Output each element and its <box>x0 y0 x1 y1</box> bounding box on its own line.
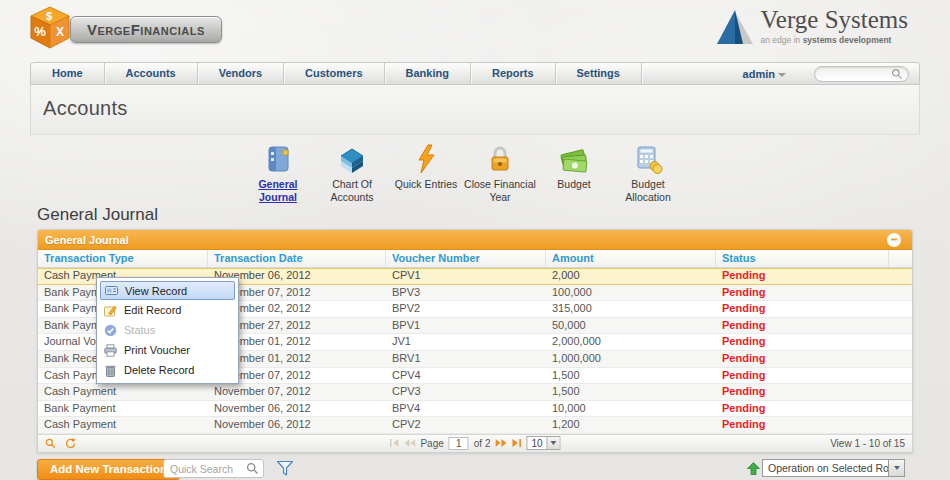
cell-status: Pending <box>716 268 889 284</box>
grid-search-icon[interactable] <box>45 438 56 449</box>
company-branding: Verge Systems an edge in systems develop… <box>709 6 908 48</box>
grid-pager: Page of 2 10 <box>389 435 560 452</box>
column-header-amount[interactable]: Amount <box>546 250 716 267</box>
cell-filler <box>889 384 912 400</box>
cell-voucher-number: CPV1 <box>386 268 546 284</box>
main-navbar: Home Accounts Vendors Customers Banking … <box>30 62 920 85</box>
page-title: Accounts <box>43 97 128 120</box>
search-icon <box>246 462 259 475</box>
nav-tab-vendors[interactable]: Vendors <box>198 63 284 84</box>
cell-status: Pending <box>716 384 889 400</box>
company-pyramid-icon <box>709 6 753 48</box>
cell-status: Pending <box>716 334 889 350</box>
column-header-transaction-type[interactable]: Transaction Type <box>38 250 208 267</box>
menu-item-edit-record[interactable]: Edit Record <box>100 300 235 320</box>
cell-filler <box>889 368 912 384</box>
cell-amount: 1,500 <box>546 368 716 384</box>
page-size-select[interactable]: 10 <box>526 436 560 450</box>
add-new-transaction-button[interactable]: Add New Transaction <box>37 459 180 480</box>
lock-icon <box>485 144 515 174</box>
cell-status: Pending <box>716 285 889 301</box>
prev-page-icon[interactable] <box>404 439 415 447</box>
module-close-financial-year[interactable]: Close Financial Year <box>463 142 537 204</box>
cell-transaction-date: November 06, 2012 <box>208 401 386 417</box>
nav-tab-home[interactable]: Home <box>31 63 105 84</box>
cell-filler <box>889 334 912 350</box>
menu-item-print-voucher[interactable]: Print Voucher <box>100 340 235 360</box>
company-tagline: an edge in systems development <box>761 35 908 45</box>
table-row[interactable]: Bank Payment November 06, 2012 BPV4 10,0… <box>38 401 912 418</box>
trash-icon <box>104 364 117 377</box>
cell-transaction-date: November 07, 2012 <box>208 384 386 400</box>
book-icon <box>337 144 367 174</box>
first-page-icon[interactable] <box>389 439 399 447</box>
cell-filler <box>889 318 912 334</box>
view-range-info: View 1 - 10 of 15 <box>830 438 905 449</box>
nav-tab-customers[interactable]: Customers <box>284 63 384 84</box>
user-menu[interactable]: admin <box>743 68 786 80</box>
page-label: Page <box>420 438 443 449</box>
cell-voucher-number: JV1 <box>386 334 546 350</box>
page-of-label: of 2 <box>474 438 491 449</box>
cell-voucher-number: CPV3 <box>386 384 546 400</box>
nav-tab-settings[interactable]: Settings <box>556 63 642 84</box>
table-row[interactable]: Cash Payment November 06, 2012 CPV2 1,20… <box>38 417 912 434</box>
chevron-down-icon <box>547 437 560 449</box>
quick-search-box <box>163 459 264 478</box>
next-page-icon[interactable] <box>495 439 506 447</box>
edit-record-icon <box>104 304 117 317</box>
cell-amount: 315,000 <box>546 301 716 317</box>
nav-tab-accounts[interactable]: Accounts <box>105 63 198 84</box>
module-budget[interactable]: Budget <box>537 142 611 204</box>
cell-filler <box>889 301 912 317</box>
module-general-journal[interactable]: General Journal <box>241 142 315 204</box>
app-window: $ % X VergeFinancials Verge Systems an e… <box>0 0 950 480</box>
company-name: Verge Systems <box>761 6 908 34</box>
global-search-input[interactable] <box>815 68 891 79</box>
cell-voucher-number: CPV2 <box>386 417 546 433</box>
cell-amount: 10,000 <box>546 401 716 417</box>
menu-item-view-record[interactable]: View Record <box>100 281 235 300</box>
last-page-icon[interactable] <box>511 439 521 447</box>
table-row[interactable]: Cash Payment November 07, 2012 CPV3 1,50… <box>38 384 912 401</box>
column-header-voucher-number[interactable]: Voucher Number <box>386 250 546 267</box>
module-links: General Journal Chart Of Accounts Quick … <box>241 142 685 204</box>
lightning-icon <box>411 144 441 174</box>
cell-status: Pending <box>716 318 889 334</box>
nav-tab-banking[interactable]: Banking <box>385 63 471 84</box>
grid-refresh-icon[interactable] <box>65 438 76 449</box>
page-number-input[interactable] <box>449 437 469 450</box>
cell-transaction-type: Cash Payment <box>38 384 208 400</box>
column-header-status[interactable]: Status <box>716 250 889 267</box>
module-quick-entries[interactable]: Quick Entries <box>389 142 463 204</box>
filter-funnel-icon[interactable] <box>276 460 294 480</box>
chevron-down-icon <box>888 460 904 476</box>
module-budget-allocation[interactable]: Budget Allocation <box>611 142 685 204</box>
column-header-transaction-date[interactable]: Transaction Date <box>208 250 386 267</box>
cell-amount: 50,000 <box>546 318 716 334</box>
cell-transaction-date: November 06, 2012 <box>208 417 386 433</box>
cell-status: Pending <box>716 368 889 384</box>
menu-item-delete-record[interactable]: Delete Record <box>100 360 235 380</box>
svg-text:X: X <box>56 25 64 39</box>
nav-tab-reports[interactable]: Reports <box>471 63 556 84</box>
menu-item-status[interactable]: Status <box>100 320 235 340</box>
cell-status: Pending <box>716 417 889 433</box>
cell-filler <box>889 268 912 284</box>
journal-icon <box>263 144 293 174</box>
global-search-box <box>814 66 909 82</box>
cell-voucher-number: BPV4 <box>386 401 546 417</box>
cell-filler <box>889 285 912 301</box>
apply-operation-icon[interactable] <box>747 461 760 479</box>
cell-voucher-number: BPV2 <box>386 301 546 317</box>
cell-filler <box>889 401 912 417</box>
app-name-badge: VergeFinancials <box>70 16 222 43</box>
cell-status: Pending <box>716 301 889 317</box>
module-chart-of-accounts[interactable]: Chart Of Accounts <box>315 142 389 204</box>
app-logo-cube-icon: $ % X <box>26 4 74 52</box>
operation-select[interactable]: Operation on Selected Row <box>762 459 905 477</box>
quick-search-input[interactable] <box>164 463 246 475</box>
collapse-grid-button[interactable]: − <box>887 233 901 247</box>
row-context-menu: View Record Edit Record Status Print Vou… <box>96 277 239 384</box>
cell-voucher-number: BPV3 <box>386 285 546 301</box>
